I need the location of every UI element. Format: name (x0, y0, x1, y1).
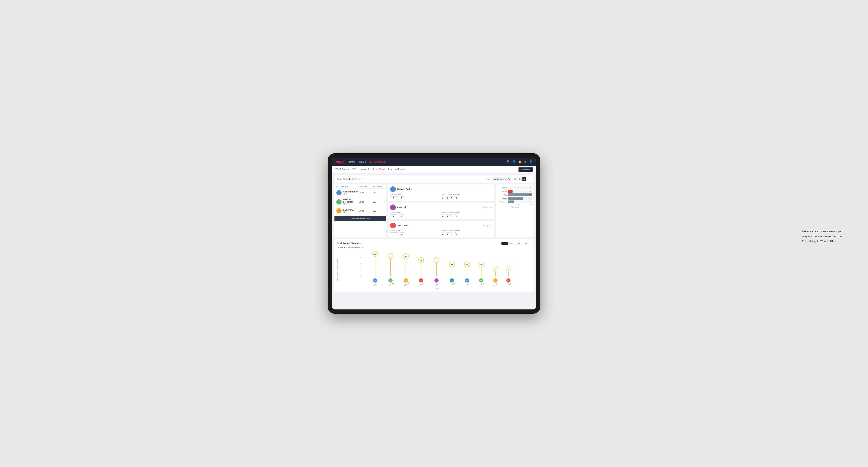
svg-text:4x: 4x (466, 264, 468, 266)
card-avatar-josh: JC (390, 223, 396, 228)
svg-text:BM: BM (390, 280, 392, 281)
player-name-block-3: Cameron... 🥉 3 (343, 209, 354, 213)
table-view-icon[interactable]: ▦ (522, 177, 526, 181)
player-row-1[interactable]: RB Richard Butler 🥇 1 19/20 110 (335, 189, 386, 197)
player-info-1: RB Richard Butler 🥇 1 (336, 190, 359, 195)
sub-nav-pga[interactable]: PGA (352, 168, 356, 171)
col-pb-avg-sq: PB AVG SQ (373, 186, 384, 187)
player-badge-1: 🥇 1 (343, 193, 358, 195)
show-label: Show (486, 178, 490, 180)
stat-val-prac-rb: 6 (401, 197, 402, 199)
svg-text:CQ: CQ (507, 280, 509, 281)
main-three-col: PLAYER NAME PB SCORE PB AVG SQ RB Richar… (335, 184, 533, 238)
search-icon[interactable]: 🔍 (506, 160, 510, 163)
leaderboard-panel: PLAYER NAME PB SCORE PB AVG SQ RB Richar… (335, 184, 386, 238)
filter-select[interactable]: Last 3 months (492, 177, 512, 181)
bar-label-dbogeys: D. Bogeys + (498, 201, 507, 203)
stat-putt-rees: PUTT 0 (455, 214, 458, 217)
card-name-rees: Rees Britt (397, 206, 407, 209)
card-avatar-rb: RB (390, 186, 396, 192)
bar-track-birdies: 96 (508, 190, 532, 193)
stat-ott-rb: OTT 0 (441, 195, 444, 199)
streak-btn-arg[interactable]: ARG (516, 242, 523, 245)
bar-chart-panel: Eagles 3 Birdies 96 (496, 184, 533, 238)
svg-text:M. Miller: M. Miller (479, 283, 484, 286)
svg-text:JC: JC (420, 280, 422, 281)
bell-icon[interactable]: 🔔 (518, 160, 522, 163)
stat-ott-rees: OTT 0 (441, 214, 444, 217)
svg-text:J. Coles: J. Coles (418, 283, 424, 286)
stat-tournament-rees: Tournament 8 (390, 214, 398, 217)
sub-nav-all-players[interactable]: All Players (395, 168, 405, 171)
card-header-josh: JC Josh Coles 26 Aug 2023 (390, 223, 492, 228)
stat-tournament-josh: Tournament 7 (390, 232, 398, 236)
add-team-button[interactable]: Add Team (519, 167, 533, 172)
sub-nav-pgat[interactable]: PGAT Players (335, 168, 349, 171)
bar-chart: Eagles 3 Birdies 96 (498, 186, 532, 203)
team-header: Team Clippd | 14 Players ✏ Show Last 3 m… (335, 176, 533, 183)
people-icon[interactable]: 👤 (512, 160, 516, 163)
grid-view-icon[interactable]: ⊞ (513, 177, 517, 181)
chart-view-icon[interactable]: ↓ (527, 177, 531, 181)
svg-text:4x: 4x (480, 264, 483, 266)
stat-arg-josh: ARG 0 (450, 232, 453, 236)
streaks-header: Best Round Streaks ← OTT APP ARG PUTT (337, 242, 531, 245)
streaks-title: Best Round Streaks (337, 242, 359, 245)
view-full-leaderboard-button[interactable]: View Full Leaderboard (335, 216, 386, 221)
svg-text:6: 6 (361, 257, 361, 258)
annotation-container: Here you can see streaks your players ha… (802, 229, 849, 244)
list-view-icon[interactable]: ☰ (518, 177, 522, 181)
leaderboard-header: PLAYER NAME PB SCORE PB AVG SQ (335, 184, 386, 189)
svg-text:EC: EC (451, 280, 453, 281)
streak-btn-putt[interactable]: PUTT (524, 242, 531, 245)
stat-title-rounds-rb: Total Rounds (390, 193, 441, 195)
edit-icon[interactable]: ✏ (361, 178, 363, 180)
user-avatar-icon[interactable]: 👤 (529, 160, 533, 163)
svg-text:R. Britt: R. Britt (434, 283, 439, 286)
player-name-1: Richard Butler (343, 191, 358, 193)
nav-my-performance[interactable]: My Performance (369, 161, 386, 163)
stat-row-prac-act-rb: OTT 0 APP 0 ARG 0 (441, 195, 492, 199)
bar-value-bogeys: 311 (529, 198, 531, 199)
streak-btn-ott[interactable]: OTT (501, 242, 508, 245)
sub-nav-team-clippd[interactable]: Team Clippd (373, 168, 384, 171)
svg-text:6x: 6x (405, 256, 407, 257)
nav-teams[interactable]: Teams (359, 161, 366, 163)
svg-text:C. Quick: C. Quick (506, 283, 512, 286)
svg-text:MM: MM (480, 280, 482, 281)
player-row-3[interactable]: C Cameron... 🥉 3 17/20 103 (335, 207, 386, 215)
pb-score-3: 17/20 (359, 210, 373, 212)
player-card-josh: JC Josh Coles 26 Aug 2023 Total Rounds T… (388, 221, 494, 238)
badge-num-2: 2 (346, 203, 347, 205)
stat-app-rb: APP 0 (446, 195, 448, 199)
streak-btn-app[interactable]: APP (509, 242, 516, 245)
bar-value-birdies: 96 (530, 191, 531, 192)
player-name-3: Cameron... (343, 209, 354, 211)
bar-track-eagles: 3 (508, 186, 532, 189)
sub-nav-tour[interactable]: Tour (388, 168, 392, 171)
sub-nav-links: PGAT Players PGA Hcaps 1-5 Team Clippd T… (335, 168, 405, 171)
svg-text:5x: 5x (436, 260, 437, 261)
bar-row-birdies: Birdies 96 (498, 190, 532, 193)
player-badge-2: 🥈 2 (343, 203, 359, 205)
stat-app-josh: APP 0 (446, 232, 448, 236)
stat-group-prac-act-josh: Total Practice Activities OTT 0 APP 0 (441, 230, 492, 236)
player-card-rb: RB Richard Butler Total Rounds Tournamen… (388, 184, 494, 201)
avatar-2: EC (336, 199, 342, 205)
badge-num-3: 3 (346, 211, 347, 213)
nav-home[interactable]: Home (349, 161, 355, 163)
bar-value-eagles: 3 (530, 187, 531, 188)
pb-score-2: 18/20 (359, 201, 373, 203)
sub-nav-hcaps[interactable]: Hcaps 1-5 (360, 168, 369, 171)
bar-track-bogeys: 311 (508, 197, 532, 200)
svg-text:DF: DF (466, 280, 468, 281)
svg-text:3x: 3x (495, 268, 497, 270)
bar-fill-dbogeys (508, 200, 514, 203)
y-axis-label: Best Streak, Fairway Accuracy (337, 250, 338, 289)
player-row-2[interactable]: EC Edward Crossman 🥈 2 18/20 107 (335, 197, 386, 207)
stat-tournament-rb: Tournament 7 (390, 195, 398, 199)
svg-text:5x: 5x (420, 260, 422, 261)
card-header-rb: RB Richard Butler (390, 186, 492, 192)
settings-icon[interactable]: ⚙ (524, 160, 527, 163)
bar-track-pars: 499 (508, 193, 532, 196)
